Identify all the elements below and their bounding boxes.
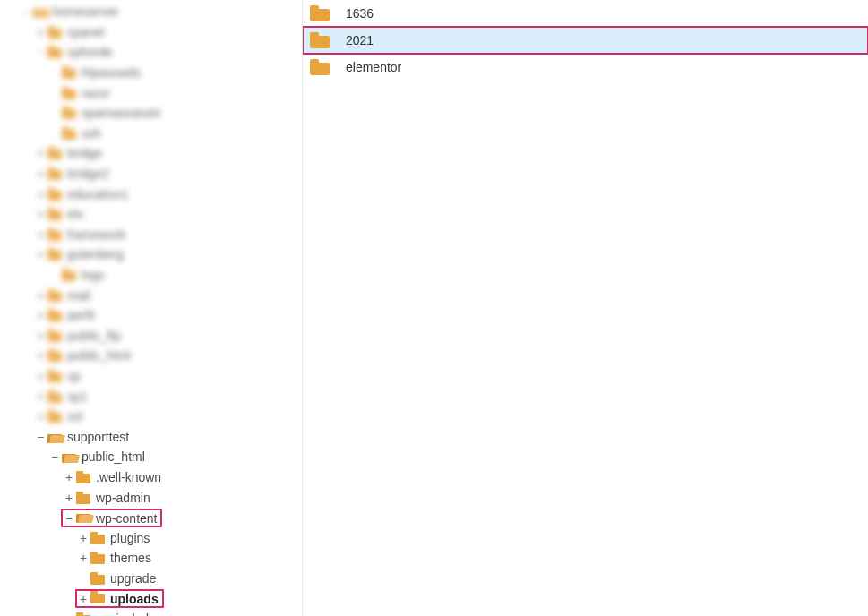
folder-contents-pane: 16362021elementor: [303, 0, 868, 616]
tree-item[interactable]: +.well-known: [0, 467, 302, 488]
tree-item[interactable]: +gutenberg: [0, 244, 302, 265]
folder-icon: [90, 552, 105, 564]
tree-item-label: etc: [65, 207, 84, 221]
folder-icon: [62, 269, 76, 281]
expand-toggle-icon[interactable]: +: [34, 25, 47, 39]
tree-item[interactable]: +wp-admin: [0, 487, 302, 508]
folder-icon: [47, 390, 62, 403]
collapse-toggle-icon[interactable]: −: [48, 449, 61, 464]
folder-icon: [47, 410, 62, 423]
tree-item[interactable]: +perl5: [0, 305, 302, 326]
tree-item[interactable]: +public_html: [0, 346, 302, 366]
tree-item[interactable]: logs: [0, 265, 302, 286]
folder-icon: [47, 188, 62, 201]
tree-item-label: bridge: [65, 146, 102, 160]
tree-item-label: ssh: [80, 126, 101, 141]
tree-item[interactable]: +bridge: [0, 143, 302, 164]
tree-item[interactable]: ssh: [0, 124, 302, 144]
tree-item[interactable]: +uploads: [0, 588, 302, 609]
tree-item[interactable]: +sp: [0, 366, 302, 387]
folder-icon: [47, 46, 62, 58]
tree-item[interactable]: +wp-includes: [0, 609, 302, 616]
expand-toggle-icon[interactable]: +: [77, 592, 90, 606]
folder-tree-section: −supporttest−public_html+.well-known+wp-…: [0, 426, 302, 616]
tree-item-label: themes: [108, 551, 151, 565]
tree-item[interactable]: +plugins: [0, 527, 302, 548]
tree-item[interactable]: -cphorde: [0, 42, 302, 63]
tree-item[interactable]: spamassassin: [0, 103, 302, 124]
folder-name: 2021: [346, 33, 374, 47]
folder-open-icon: [62, 450, 76, 463]
tree-item-label: homeserver: [51, 4, 119, 19]
folder-tree-sidebar: -homeserver+cpanel-cphordehtpasswdsrazor…: [0, 0, 303, 616]
folder-icon: [310, 59, 330, 75]
tree-item-label: gutenberg: [65, 247, 124, 261]
tree-item-label: spamassassin: [80, 106, 161, 120]
expand-toggle-icon[interactable]: +: [34, 288, 47, 303]
expand-toggle-icon[interactable]: +: [34, 348, 47, 363]
folder-icon: [47, 349, 62, 362]
collapse-toggle-icon[interactable]: −: [63, 511, 75, 526]
folder-icon: [310, 5, 330, 21]
tree-item[interactable]: +bridge2: [0, 164, 302, 184]
collapse-toggle-icon[interactable]: -: [34, 45, 47, 59]
folder-icon: [76, 471, 90, 483]
tree-item[interactable]: +etc: [0, 204, 302, 225]
folder-row[interactable]: elementor: [303, 54, 868, 81]
tree-item[interactable]: +public_ftp: [0, 326, 302, 346]
tree-item[interactable]: +mail: [0, 285, 302, 305]
expand-toggle-icon[interactable]: +: [34, 167, 47, 181]
tree-item-label: public_ftp: [65, 329, 121, 343]
tree-item-label: sp1: [65, 389, 88, 404]
expand-toggle-icon[interactable]: +: [34, 227, 47, 242]
tree-item-label: cpanel: [65, 25, 104, 39]
expand-toggle-icon[interactable]: +: [34, 146, 47, 160]
tree-item[interactable]: +sp1: [0, 386, 302, 406]
tree-item[interactable]: −public_html: [0, 447, 302, 467]
tree-item-label: sp: [65, 369, 81, 383]
tree-item-label: razor: [80, 86, 110, 100]
folder-icon: [47, 147, 62, 159]
expand-toggle-icon[interactable]: +: [63, 612, 75, 616]
folder-open-icon: [33, 5, 47, 18]
expand-toggle-icon[interactable]: +: [34, 369, 47, 383]
folder-icon: [90, 572, 105, 585]
expand-toggle-icon[interactable]: +: [63, 470, 75, 484]
tree-item[interactable]: htpasswds: [0, 63, 302, 83]
folder-row[interactable]: 2021: [303, 27, 868, 54]
folder-icon: [62, 127, 76, 140]
folder-row[interactable]: 1636: [303, 0, 868, 27]
tree-item-label: plugins: [108, 531, 150, 545]
expand-toggle-icon[interactable]: +: [34, 389, 47, 404]
tree-item-label: uploads: [108, 592, 159, 606]
tree-item[interactable]: razor: [0, 82, 302, 103]
expand-toggle-icon[interactable]: +: [77, 551, 90, 565]
expand-toggle-icon[interactable]: +: [34, 207, 47, 221]
tree-item[interactable]: +cpanel: [0, 22, 302, 43]
expand-toggle-icon[interactable]: +: [63, 491, 75, 505]
tree-item-label: bridge2: [65, 167, 109, 181]
folder-icon: [47, 208, 62, 220]
expand-toggle-icon[interactable]: +: [77, 531, 90, 545]
tree-item[interactable]: upgrade: [0, 569, 302, 589]
folder-icon: [76, 612, 90, 616]
expand-toggle-icon[interactable]: +: [34, 308, 47, 322]
tree-item[interactable]: −supporttest: [0, 426, 302, 447]
expand-toggle-icon[interactable]: +: [34, 329, 47, 343]
folder-icon: [47, 309, 62, 321]
tree-item[interactable]: -homeserver: [0, 2, 302, 22]
expand-toggle-icon[interactable]: +: [34, 187, 47, 201]
tree-item-label: mail: [65, 288, 90, 303]
tree-item[interactable]: +ssl: [0, 406, 302, 427]
tree-item[interactable]: +themes: [0, 548, 302, 569]
folder-icon: [90, 532, 105, 544]
collapse-toggle-icon[interactable]: −: [34, 430, 47, 444]
expand-toggle-icon[interactable]: +: [34, 409, 47, 424]
tree-item[interactable]: +framework: [0, 225, 302, 245]
tree-item-label: perl5: [65, 308, 95, 322]
expand-toggle-icon[interactable]: +: [34, 247, 47, 261]
tree-item-label: htpasswds: [80, 65, 141, 80]
collapse-toggle-icon[interactable]: -: [20, 4, 32, 19]
tree-item[interactable]: −wp-content: [0, 508, 302, 528]
tree-item[interactable]: +education1: [0, 184, 302, 204]
